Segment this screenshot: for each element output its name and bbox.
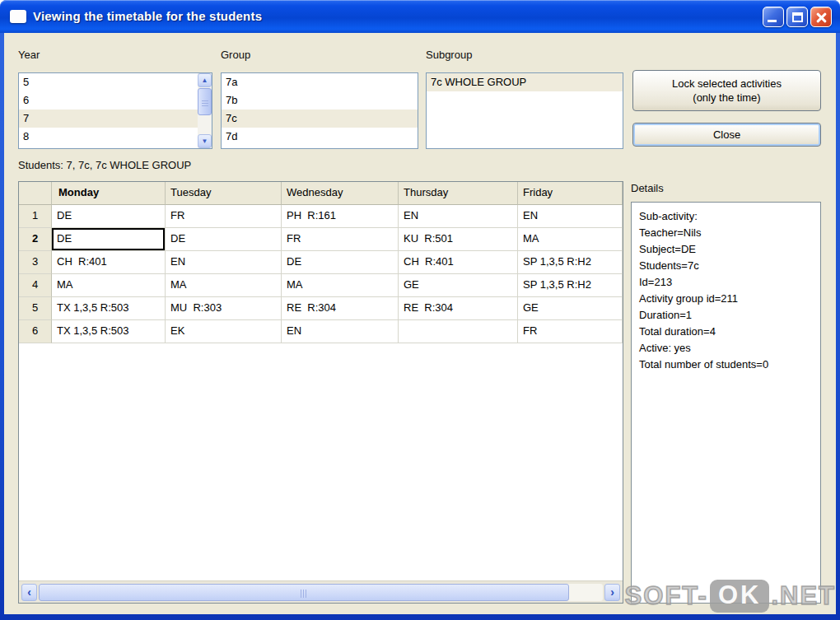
year-item[interactable]: 8 <box>19 128 198 146</box>
details-line: Activity group id=211 <box>639 291 813 307</box>
year-listbox: 5 6 7 8 ▲ ▼ <box>18 72 212 149</box>
timetable-row: 2 DE DE FR KU R:501 MA <box>19 228 623 251</box>
scrollbar-grip <box>202 99 208 106</box>
year-item[interactable]: 5 <box>19 73 198 91</box>
scroll-down-icon[interactable]: ▼ <box>198 134 212 148</box>
corner-header-cell <box>19 182 52 205</box>
timetable-cell[interactable]: EN <box>399 205 518 228</box>
group-item-selected[interactable]: 7c <box>222 110 418 128</box>
timetable-cell[interactable]: RE R:304 <box>399 297 518 320</box>
scrollbar-thumb[interactable] <box>198 88 212 115</box>
timetable-cell[interactable]: EN <box>166 251 282 274</box>
timetable-cell[interactable]: GE <box>399 274 518 297</box>
timetable-cell[interactable]: MA <box>52 274 166 297</box>
row-header[interactable]: 5 <box>19 297 52 320</box>
details-line: Subject=DE <box>639 241 813 258</box>
timetable-cell[interactable]: CH R:401 <box>399 251 518 274</box>
timetable-cell[interactable]: TX 1,3,5 R:503 <box>52 297 166 320</box>
timetable-cell[interactable]: PH R:161 <box>282 205 399 228</box>
timetable-cell[interactable]: EK <box>166 320 282 343</box>
scroll-right-icon[interactable]: › <box>604 584 620 601</box>
column-header-friday[interactable]: Friday <box>518 182 623 205</box>
row-header[interactable]: 2 <box>19 228 52 251</box>
year-item-selected[interactable]: 7 <box>19 110 198 128</box>
timetable: Monday Tuesday Wednesday Thursday Friday… <box>18 181 623 604</box>
group-item[interactable]: 7a <box>222 73 418 91</box>
title-bar[interactable]: Viewing the timetable for the students <box>0 0 840 33</box>
lock-selected-activities-button[interactable]: Lock selected activities (only the time) <box>632 70 821 111</box>
timetable-cell[interactable]: GE <box>518 297 623 320</box>
timetable-row: 3 CH R:401 EN DE CH R:401 SP 1,3,5 R:H2 <box>19 251 623 274</box>
scrollbar-track[interactable] <box>39 584 603 601</box>
timetable-cell[interactable]: EN <box>518 205 623 228</box>
timetable-header-row: Monday Tuesday Wednesday Thursday Friday <box>19 182 623 205</box>
timetable-cell[interactable]: SP 1,3,5 R:H2 <box>518 274 623 297</box>
group-label: Group <box>221 49 250 61</box>
students-summary-label: Students: 7, 7c, 7c WHOLE GROUP <box>18 159 191 171</box>
lock-button-label-line2: (only the time) <box>693 91 760 105</box>
group-item[interactable]: 7b <box>222 91 418 110</box>
app-window: Viewing the timetable for the students Y… <box>0 0 840 620</box>
details-line: Sub-activity: <box>639 208 813 225</box>
column-header-thursday[interactable]: Thursday <box>399 182 518 205</box>
timetable-cell[interactable]: MA <box>282 274 399 297</box>
timetable-cell[interactable]: DE <box>166 228 282 251</box>
subgroup-item-selected[interactable]: 7c WHOLE GROUP <box>427 73 623 91</box>
maximize-button[interactable] <box>786 7 808 27</box>
timetable-horizontal-scrollbar[interactable]: ‹ › <box>19 580 623 603</box>
close-window-button[interactable] <box>810 7 832 27</box>
scroll-up-icon[interactable]: ▲ <box>198 73 212 87</box>
timetable-cell[interactable]: RE R:304 <box>282 297 399 320</box>
minimize-button[interactable] <box>763 7 784 27</box>
timetable-cell[interactable]: KU R:501 <box>399 228 518 251</box>
row-header[interactable]: 1 <box>19 205 52 228</box>
timetable-row: 4 MA MA MA GE SP 1,3,5 R:H2 <box>19 274 623 297</box>
timetable-cell[interactable]: EN <box>282 320 399 343</box>
column-header-tuesday[interactable]: Tuesday <box>166 182 282 205</box>
lock-button-label-line1: Lock selected activities <box>672 77 782 91</box>
timetable-cell[interactable]: DE <box>282 251 399 274</box>
timetable-row: 5 TX 1,3,5 R:503 MU R:303 RE R:304 RE R:… <box>19 297 623 320</box>
details-line: Duration=1 <box>639 307 813 324</box>
details-line: Active: yes <box>639 340 813 357</box>
timetable-row: 1 DE FR PH R:161 EN EN <box>19 205 623 228</box>
timetable-cell[interactable]: FR <box>166 205 282 228</box>
year-item[interactable]: 6 <box>19 91 198 110</box>
timetable-cell[interactable]: MA <box>518 228 623 251</box>
year-list-scrollbar[interactable]: ▲ ▼ <box>198 73 212 148</box>
row-header[interactable]: 6 <box>19 320 52 343</box>
details-line: Total number of students=0 <box>639 357 813 373</box>
timetable-cell[interactable]: SP 1,3,5 R:H2 <box>518 251 623 274</box>
timetable-cell[interactable]: DE <box>52 205 166 228</box>
close-button[interactable]: Close <box>632 123 821 147</box>
subgroup-listbox: 7c WHOLE GROUP <box>426 72 623 149</box>
group-item[interactable]: 7d <box>222 128 418 146</box>
scrollbar-grip <box>300 590 307 598</box>
timetable-cell[interactable]: FR <box>282 228 399 251</box>
timetable-cell[interactable]: FR <box>518 320 623 343</box>
timetable-cell[interactable]: MU R:303 <box>166 297 282 320</box>
window-title: Viewing the timetable for the students <box>33 9 262 23</box>
timetable-cell[interactable]: TX 1,3,5 R:503 <box>52 320 166 343</box>
scroll-left-icon[interactable]: ‹ <box>21 584 37 601</box>
year-label: Year <box>18 49 40 61</box>
details-panel: Sub-activity: Teacher=Nils Subject=DE St… <box>631 202 821 604</box>
timetable-cell[interactable] <box>399 320 518 343</box>
details-label: Details <box>631 182 664 194</box>
client-area: Year Group Subgroup 5 6 7 8 ▲ ▼ 7a 7b 7c… <box>4 33 836 614</box>
column-header-wednesday[interactable]: Wednesday <box>282 182 399 205</box>
scrollbar-thumb[interactable] <box>39 584 569 601</box>
details-line: Teacher=Nils <box>639 225 813 241</box>
maximize-icon <box>792 12 803 22</box>
row-header[interactable]: 4 <box>19 274 52 297</box>
subgroup-label: Subgroup <box>426 49 472 61</box>
details-line: Students=7c <box>639 258 813 274</box>
row-header[interactable]: 3 <box>19 251 52 274</box>
window-controls <box>763 7 832 27</box>
minimize-icon <box>768 20 777 22</box>
timetable-cell[interactable]: MA <box>166 274 282 297</box>
timetable-cell-selected[interactable]: DE <box>52 228 166 251</box>
timetable-cell[interactable]: CH R:401 <box>52 251 166 274</box>
group-listbox: 7a 7b 7c 7d <box>221 72 418 149</box>
column-header-monday[interactable]: Monday <box>52 182 166 205</box>
